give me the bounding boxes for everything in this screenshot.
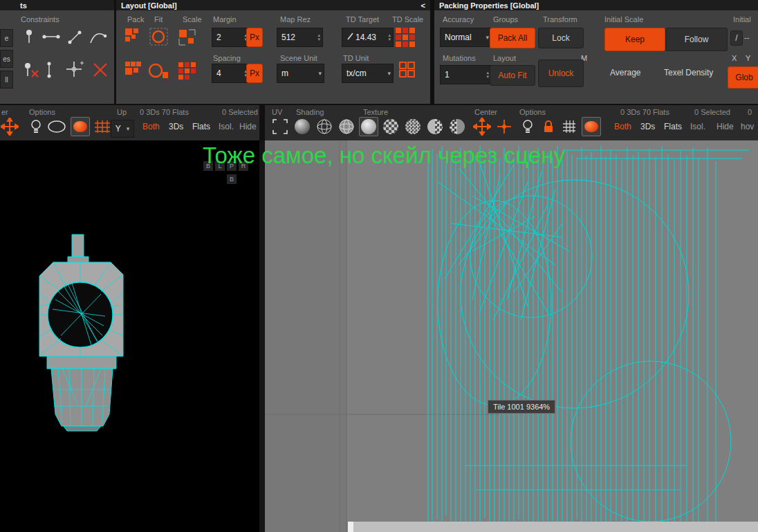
packing-panel-title-text: Packing Properties [Global] [439, 1, 539, 10]
pack-alt-icon[interactable] [124, 61, 142, 79]
initial-label: Initial [733, 15, 751, 24]
viewport-uv[interactable]: Tile 1001 9364% [265, 140, 758, 532]
y-label: Y [746, 54, 750, 62]
hover-toggle-fragment[interactable]: hov [741, 122, 754, 131]
slash-button[interactable]: / [730, 30, 743, 46]
average-label[interactable]: Average [610, 68, 640, 77]
margin-px-button[interactable]: Px [246, 28, 263, 47]
edge-button-1[interactable]: e [0, 29, 13, 47]
td-target-input[interactable]: 14.43 ▴▾ [342, 28, 394, 47]
flats-toggle[interactable]: Flats [664, 122, 682, 131]
sphere-flat-icon[interactable] [359, 117, 378, 136]
lock-icon[interactable] [539, 117, 558, 136]
chevron-down-icon: ▾ [486, 34, 489, 41]
grid-icon[interactable] [560, 117, 579, 136]
spacing-px-button[interactable]: Px [246, 64, 263, 83]
lightbulb-icon[interactable] [518, 117, 537, 136]
edge-button-2[interactable]: es [0, 50, 13, 68]
sphere-wire-shaded-icon[interactable] [337, 117, 356, 136]
pack-icon[interactable] [124, 28, 142, 46]
isolate-toggle[interactable]: Isol. [219, 122, 234, 131]
td-unit-dropdown[interactable]: tx/cm ▾ [342, 64, 394, 83]
constraints-panel-title: ts [0, 0, 114, 10]
threeds-toggle[interactable]: 3Ds [169, 122, 183, 131]
sphere-half-checker-dark-icon[interactable] [447, 117, 467, 136]
map-rez-label: Map Rez [280, 15, 311, 24]
td-scale-alt-icon[interactable] [398, 61, 416, 79]
sphere-checker-fine-icon[interactable] [403, 117, 423, 136]
center-pivot-icon[interactable] [0, 117, 19, 136]
pin-delete-icon[interactable] [22, 61, 40, 79]
lightbulb-icon[interactable] [26, 117, 46, 136]
spacing-input[interactable]: 4 ▴▾ [212, 64, 250, 83]
viewer-title-fragment: er [1, 108, 8, 116]
follow-button[interactable]: Follow [665, 28, 728, 51]
sphere-checker-icon[interactable] [381, 117, 400, 136]
td-scale-icon[interactable] [394, 26, 416, 48]
hide-toggle[interactable]: Hide [239, 122, 257, 131]
td-target-spinner[interactable]: ▴▾ [388, 33, 391, 42]
spacing-label: Spacing [213, 54, 241, 62]
viewport-3d[interactable]: B L P R B [0, 140, 259, 532]
auto-fit-button[interactable]: Auto Fit [490, 65, 535, 86]
margin-input[interactable]: 2 ▴▾ [212, 28, 250, 47]
delete-constraint-icon[interactable] [91, 61, 109, 79]
lock-button[interactable]: Lock [538, 28, 584, 48]
marquee-select-icon[interactable] [270, 117, 290, 136]
glob-button[interactable]: Glob [728, 66, 758, 89]
sphere-wireframe-icon[interactable] [315, 117, 334, 136]
constraints-panel: ts e es ll Constraints [0, 0, 114, 104]
keep-button[interactable]: Keep [604, 28, 665, 51]
unlock-button[interactable]: Unlock [538, 59, 584, 87]
stats-label: 0 3Ds 70 Flats [140, 108, 189, 116]
center-selection-icon[interactable] [494, 117, 514, 136]
distance-constraint-icon[interactable] [41, 30, 61, 43]
curve-constraint-icon[interactable] [89, 29, 108, 46]
viewport-divider[interactable] [259, 140, 265, 532]
constraints-section-label: Constraints [21, 15, 59, 24]
ellipse-shading-icon[interactable] [46, 117, 68, 136]
scale-checker-icon[interactable] [177, 61, 198, 80]
fit-icon[interactable] [149, 28, 169, 46]
axis-letter-b2[interactable]: B [227, 174, 237, 184]
hide-toggle[interactable]: Hide [717, 122, 734, 131]
trellis-icon[interactable] [93, 117, 112, 136]
groups-label: Groups [493, 15, 518, 24]
texel-density-label[interactable]: Texel Density [664, 68, 713, 77]
fit-alt-icon[interactable] [148, 61, 169, 80]
td-scale-label: TD Scale [392, 15, 423, 24]
sphere-half-checker-icon[interactable] [425, 117, 445, 136]
mutations-input[interactable]: 1 ▴▾ [440, 65, 492, 84]
map-rez-input[interactable]: 512 ▴▾ [277, 28, 323, 47]
uv-wireframe [265, 140, 758, 532]
vertical-constraint-icon[interactable] [44, 61, 54, 79]
transform-label: Transform [543, 15, 577, 24]
td-unit-label: TD Unit [343, 54, 369, 62]
scene-unit-dropdown[interactable]: m ▾ [277, 64, 324, 83]
isolate-toggle[interactable]: Isol. [690, 122, 705, 131]
sphere-shaded-icon[interactable] [293, 117, 312, 136]
accuracy-label: Accuracy [443, 15, 474, 24]
line-constraint-icon[interactable] [66, 29, 83, 46]
accuracy-dropdown[interactable]: Normal ▾ [440, 28, 492, 47]
mutations-spinner[interactable]: ▴▾ [486, 71, 489, 79]
crosshair-constraint-icon[interactable] [64, 59, 84, 79]
pack-all-button[interactable]: Pack All [490, 28, 535, 48]
map-rez-spinner[interactable]: ▴▾ [317, 33, 320, 42]
scale-icon[interactable] [177, 28, 198, 47]
model-wireframe [0, 140, 259, 532]
axis-dropdown[interactable]: Y▾ [111, 120, 134, 138]
center-view-icon[interactable] [472, 117, 492, 136]
both-toggle[interactable]: Both [142, 122, 160, 131]
threeds-toggle[interactable]: 3Ds [640, 122, 655, 131]
options-label[interactable]: Options [29, 108, 55, 116]
collapse-left-icon[interactable]: < [421, 1, 425, 10]
layout-label: Layout [493, 54, 516, 62]
options-label[interactable]: Options [519, 108, 546, 116]
orange-material-icon[interactable] [582, 117, 601, 136]
edge-button-3[interactable]: ll [0, 71, 13, 89]
pin-constraint-icon[interactable] [22, 28, 36, 46]
flats-toggle[interactable]: Flats [192, 122, 210, 131]
orange-material-icon[interactable] [71, 117, 90, 136]
both-toggle[interactable]: Both [614, 122, 631, 131]
